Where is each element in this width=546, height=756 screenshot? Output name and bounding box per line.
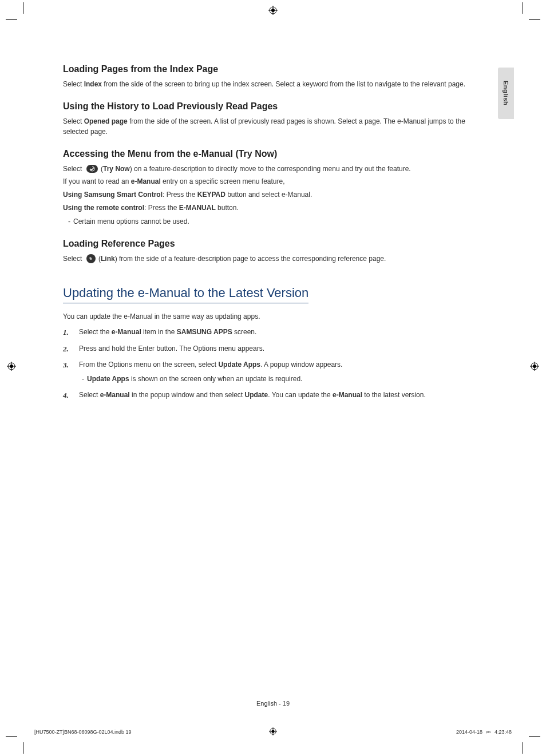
section-heading-reference: Loading Reference Pages [63, 239, 475, 249]
section-heading-history: Using the History to Load Previously Rea… [63, 101, 475, 112]
link-icon [86, 254, 96, 263]
print-date: 2014-04-18 [456, 729, 482, 735]
section-title-update: Updating the e-Manual to the Latest Vers… [63, 286, 308, 303]
crop-mark [23, 2, 23, 14]
section-paragraph: Select (Try Now) on a feature-descriptio… [63, 164, 475, 175]
crop-mark [529, 736, 540, 737]
section-heading-index: Loading Pages from the Index Page [63, 64, 475, 74]
update-steps-list: Select the e-Manual item in the SAMSUNG … [63, 327, 475, 401]
registration-mark-icon [268, 6, 278, 15]
list-item: From the Options menu on the screen, sel… [63, 359, 475, 384]
list-item: Press and hold the Enter button. The Opt… [63, 343, 475, 354]
page-number-label: English - 19 [256, 700, 290, 707]
print-time: 4:23:48 [494, 729, 512, 735]
try-now-icon [86, 165, 98, 173]
page-footer: English - 19 [0, 700, 546, 707]
crop-mark [523, 2, 523, 14]
section-paragraph: Using the remote control: Press the E-MA… [63, 203, 475, 213]
print-file-label: [HU7500-ZT]BN68-06098G-02L04.indb 19 [34, 729, 132, 735]
section-heading-menu-access: Accessing the Menu from the e-Manual (Tr… [63, 149, 475, 159]
note-item: -Update Apps is shown on the screen only… [79, 374, 475, 385]
crop-mark [523, 742, 523, 754]
section-paragraph: You can update the e-Manual in the same … [63, 311, 475, 322]
print-ampm: ㏘ [486, 728, 491, 735]
registration-mark-icon [269, 727, 277, 737]
section-paragraph: Select Opened page from the side of the … [63, 116, 475, 137]
language-tab: English [498, 68, 514, 119]
registration-mark-icon [7, 362, 16, 371]
crop-mark [23, 742, 23, 754]
list-item: Select e-Manual in the popup window and … [63, 390, 475, 401]
crop-mark [529, 19, 540, 20]
note-item: -Certain menu options cannot be used. [63, 216, 475, 227]
print-datetime: 2014-04-18 ㏘ 4:23:48 [456, 728, 512, 735]
content-area: Loading Pages from the Index Page Select… [63, 64, 475, 406]
section-paragraph: If you want to read an e-Manual entry on… [63, 176, 475, 187]
crop-mark [6, 736, 17, 737]
section-paragraph: Select Index from the side of the screen… [63, 79, 475, 90]
section-paragraph: Using Samsung Smart Control: Press the K… [63, 189, 475, 200]
language-tab-label: English [503, 81, 509, 105]
list-item: Select the e-Manual item in the SAMSUNG … [63, 327, 475, 338]
section-paragraph: Select (Link) from the side of a feature… [63, 254, 475, 264]
registration-mark-icon [530, 362, 539, 371]
manual-page: English Loading Pages from the Index Pag… [0, 0, 546, 756]
crop-mark [6, 19, 17, 20]
print-footer: [HU7500-ZT]BN68-06098G-02L04.indb 19 201… [34, 728, 512, 735]
